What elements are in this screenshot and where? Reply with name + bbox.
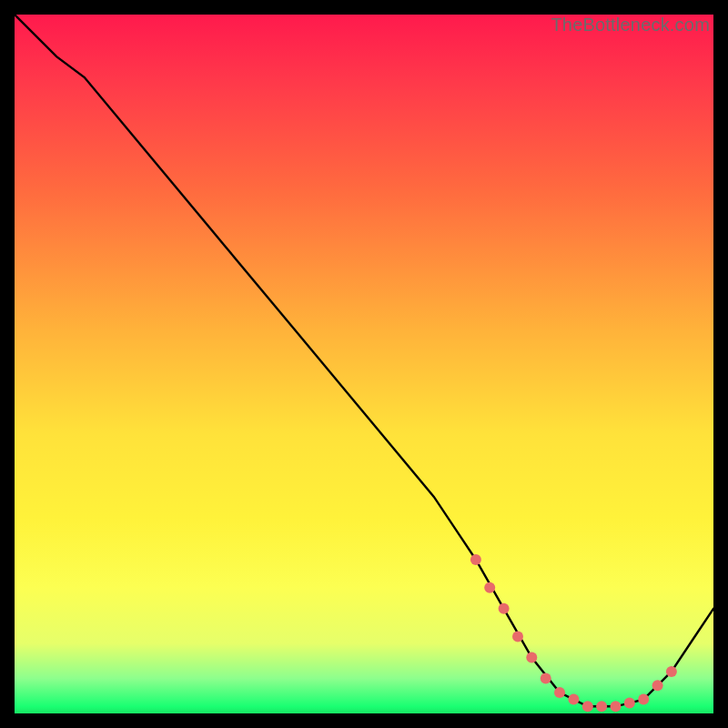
- highlight-dot: [512, 632, 523, 642]
- highlight-dot: [638, 694, 649, 705]
- bottleneck-curve: [15, 15, 713, 706]
- highlight-dot: [568, 694, 579, 705]
- plot-area: TheBottleneck.com: [15, 15, 713, 713]
- highlight-dot: [526, 652, 537, 663]
- highlight-dot: [484, 582, 495, 593]
- highlight-dot: [582, 701, 593, 712]
- highlight-dot: [554, 687, 565, 698]
- highlight-dot: [541, 673, 551, 684]
- highlight-dot: [596, 701, 607, 712]
- highlight-dot: [470, 554, 481, 565]
- chart-frame: TheBottleneck.com: [0, 0, 728, 728]
- highlight-dots: [470, 554, 677, 712]
- highlight-dot: [652, 680, 663, 691]
- watermark-text: TheBottleneck.com: [551, 15, 710, 35]
- chart-svg: [15, 15, 713, 713]
- highlight-dot: [611, 701, 622, 712]
- highlight-dot: [499, 603, 510, 614]
- highlight-dot: [666, 666, 677, 677]
- highlight-dot: [624, 698, 635, 709]
- curve-layer: [15, 15, 713, 706]
